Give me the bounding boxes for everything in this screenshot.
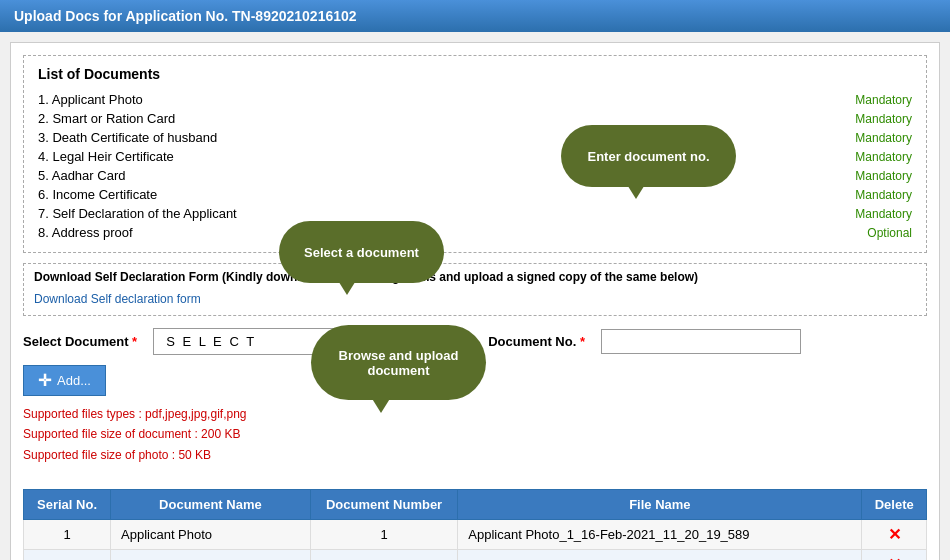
table-header-cell: Delete — [862, 490, 927, 520]
download-link[interactable]: Download Self declaration form — [34, 289, 201, 309]
table-cell-name: Smart or Ration Card — [111, 550, 311, 560]
download-section-title: Download Self Declaration Form (Kindly d… — [34, 270, 916, 284]
doc-list-item: 2. Smart or Ration Card Mandatory — [38, 109, 912, 128]
doc-list-title: List of Documents — [38, 66, 912, 82]
table-header-cell: Serial No. — [24, 490, 111, 520]
title-bar: Upload Docs for Application No. TN-89202… — [0, 0, 950, 32]
delete-button[interactable]: ✕ — [888, 526, 901, 543]
doc-list-item-text: 2. Smart or Ration Card — [38, 111, 832, 126]
support-line-3: Supported file size of photo : 50 KB — [23, 445, 246, 465]
main-content: List of Documents 1. Applicant Photo Man… — [10, 42, 940, 560]
select-document-label: Select Document * — [23, 334, 137, 349]
table-cell-serial: 1 — [24, 520, 111, 550]
download-section: Download Self Declaration Form (Kindly d… — [23, 263, 927, 316]
doc-table: Serial No.Document NameDocument NumberFi… — [23, 489, 927, 560]
doc-list-item-text: 4. Legal Heir Certificate — [38, 149, 832, 164]
doc-list-item-text: 8. Address proof — [38, 225, 832, 240]
table-cell-name: Applicant Photo — [111, 520, 311, 550]
doc-list-item-status: Optional — [832, 226, 912, 240]
table-cell-delete[interactable]: ✕ — [862, 550, 927, 560]
doc-list-item-status: Mandatory — [832, 169, 912, 183]
table-head: Serial No.Document NameDocument NumberFi… — [24, 490, 927, 520]
doc-list-item: 5. Aadhar Card Mandatory — [38, 166, 912, 185]
upload-area: ✛ Add... Supported files types : pdf,jpe… — [23, 365, 927, 475]
doc-list-item-status: Mandatory — [832, 93, 912, 107]
table-row: 2 Smart or Ration Card 2 Smart or Ration… — [24, 550, 927, 560]
doc-list-item-status: Mandatory — [832, 112, 912, 126]
doc-list-item: 8. Address proof Optional — [38, 223, 912, 242]
doc-list-item: 3. Death Certificate of husband Mandator… — [38, 128, 912, 147]
doc-list-section: List of Documents 1. Applicant Photo Man… — [23, 55, 927, 253]
doc-list: 1. Applicant Photo Mandatory 2. Smart or… — [38, 90, 912, 242]
title-text: Upload Docs for Application No. TN-89202… — [14, 8, 357, 24]
table-body: 1 Applicant Photo 1 Applicant Photo_1_16… — [24, 520, 927, 560]
doc-no-input[interactable] — [601, 329, 801, 354]
table-header-cell: Document Number — [310, 490, 458, 520]
doc-list-item: 7. Self Declaration of the Applicant Man… — [38, 204, 912, 223]
table-cell-number: 1 — [310, 520, 458, 550]
delete-button[interactable]: ✕ — [888, 556, 901, 560]
add-section: ✛ Add... Supported files types : pdf,jpe… — [23, 365, 246, 475]
doc-list-item-status: Mandatory — [832, 188, 912, 202]
select-row: Select Document * S E L E C TApplicant P… — [23, 328, 927, 355]
table-cell-number: 2 — [310, 550, 458, 560]
table-cell-file: Applicant Photo_1_16-Feb-2021_11_20_19_5… — [458, 520, 862, 550]
doc-list-item-text: 1. Applicant Photo — [38, 92, 832, 107]
support-info: Supported files types : pdf,jpeg,jpg,gif… — [23, 404, 246, 465]
doc-list-item: 6. Income Certificate Mandatory — [38, 185, 912, 204]
doc-list-item-text: 3. Death Certificate of husband — [38, 130, 832, 145]
doc-list-item-text: 5. Aadhar Card — [38, 168, 832, 183]
document-select[interactable]: S E L E C TApplicant PhotoSmart or Ratio… — [153, 328, 442, 355]
doc-list-item: 4. Legal Heir Certificate Mandatory — [38, 147, 912, 166]
required-star-select: * — [132, 334, 137, 349]
table-cell-file: Smart or Ration Card_2_16-Feb-2021_11_20… — [458, 550, 862, 560]
table-row: 1 Applicant Photo 1 Applicant Photo_1_16… — [24, 520, 927, 550]
doc-list-item-status: Mandatory — [832, 131, 912, 145]
plus-icon: ✛ — [38, 371, 51, 390]
table-header-cell: Document Name — [111, 490, 311, 520]
required-star-docno: * — [580, 334, 585, 349]
doc-list-item-text: 6. Income Certificate — [38, 187, 832, 202]
table-cell-serial: 2 — [24, 550, 111, 560]
doc-list-item-status: Mandatory — [832, 207, 912, 221]
doc-no-label: Document No. * — [488, 334, 585, 349]
table-header-cell: File Name — [458, 490, 862, 520]
support-line-2: Supported file size of document : 200 KB — [23, 424, 246, 444]
doc-list-item: 1. Applicant Photo Mandatory — [38, 90, 912, 109]
doc-list-item-status: Mandatory — [832, 150, 912, 164]
add-button-label: Add... — [57, 373, 91, 388]
support-line-1: Supported files types : pdf,jpeg,jpg,gif… — [23, 404, 246, 424]
table-cell-delete[interactable]: ✕ — [862, 520, 927, 550]
add-button[interactable]: ✛ Add... — [23, 365, 106, 396]
table-header-row: Serial No.Document NameDocument NumberFi… — [24, 490, 927, 520]
doc-list-item-text: 7. Self Declaration of the Applicant — [38, 206, 832, 221]
